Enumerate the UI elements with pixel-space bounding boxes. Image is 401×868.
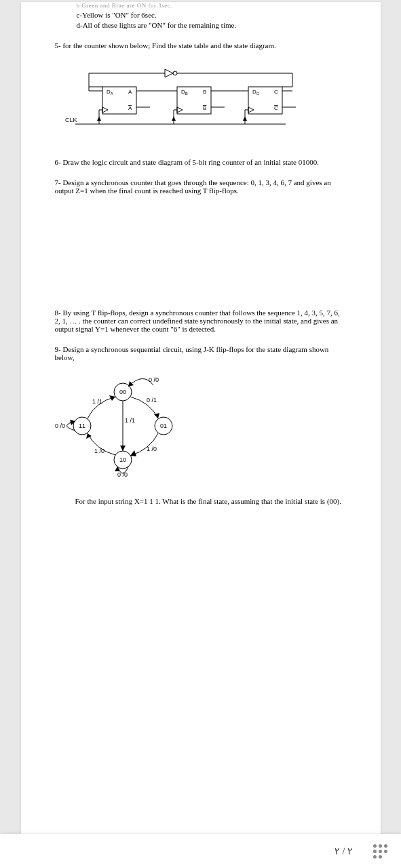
- question-8: 8- By using T flip-flops, design a synch…: [55, 309, 347, 333]
- section-gap: [55, 201, 347, 296]
- svg-text:0 /0: 0 /0: [149, 376, 159, 383]
- question-5: 5- for the counter shown below; Find the…: [55, 41, 347, 50]
- question-6: 6- Draw the logic circuit and state diag…: [55, 158, 347, 166]
- footer-toolbar: ٢ / ٢: [0, 834, 401, 868]
- state-diagram: 00 01 10 11 0 /1 1 /0 1 /0 1 /1: [55, 368, 347, 485]
- svg-marker-2: [165, 69, 173, 77]
- svg-text:00: 00: [119, 389, 126, 395]
- svg-marker-54: [86, 433, 92, 439]
- document-page: b Green and Blue are ON for 3sec. c-Yell…: [21, 2, 381, 836]
- svg-marker-35: [97, 117, 101, 121]
- svg-text:1 /0: 1 /0: [147, 446, 157, 452]
- svg-text:A: A: [128, 89, 132, 95]
- page-indicator: ٢ / ٢: [335, 846, 353, 857]
- partial-text: b Green and Blue are ON for 3sec.: [55, 2, 347, 9]
- svg-text:11: 11: [78, 422, 85, 429]
- item-c: c-Yellow is "ON" for 6sec.: [55, 11, 347, 19]
- svg-marker-59: [120, 446, 126, 451]
- svg-text:10: 10: [119, 456, 126, 463]
- svg-text:A: A: [128, 105, 132, 111]
- svg-marker-41: [243, 117, 247, 121]
- svg-text:01: 01: [159, 422, 166, 429]
- question-9-final: For the input string X=1 1 1. What is th…: [55, 497, 347, 505]
- question-9: 9- Design a synchronous sequential circu…: [55, 345, 347, 361]
- svg-text:1 /1: 1 /1: [92, 398, 102, 405]
- circuit-diagram: DA A A DB B B DC C C: [55, 56, 347, 146]
- question-7: 7- Design a synchronous counter that goe…: [55, 178, 347, 195]
- svg-marker-50: [154, 413, 159, 418]
- svg-text:C: C: [274, 105, 278, 111]
- svg-text:0 /0: 0 /0: [55, 422, 65, 429]
- svg-text:C: C: [274, 89, 278, 95]
- svg-text:0 /1: 0 /1: [147, 397, 157, 403]
- svg-marker-52: [130, 450, 136, 456]
- svg-text:B: B: [203, 105, 206, 111]
- svg-text:1 /1: 1 /1: [125, 417, 135, 424]
- svg-marker-61: [128, 381, 134, 387]
- svg-text:1 /0: 1 /0: [94, 448, 104, 454]
- svg-text:CLK: CLK: [65, 117, 77, 123]
- menu-icon[interactable]: [373, 844, 387, 859]
- svg-text:B: B: [203, 89, 206, 95]
- svg-point-3: [173, 71, 177, 75]
- item-d: d-All of these lights are "ON" for the r…: [55, 21, 347, 29]
- svg-text:0 /0: 0 /0: [117, 471, 128, 477]
- svg-marker-38: [172, 117, 176, 121]
